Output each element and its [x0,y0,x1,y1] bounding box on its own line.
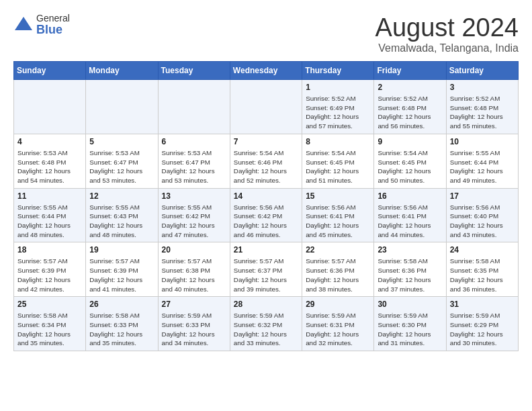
day-number: 10 [450,137,515,146]
calendar-cell [86,80,158,134]
day-info: Sunrise: 5:53 AM Sunset: 6:47 PM Dayligh… [162,148,226,185]
title-section: August 2024 Vemalwada, Telangana, India [375,13,519,54]
day-number: 27 [162,300,226,309]
calendar-cell: 31Sunrise: 5:59 AM Sunset: 6:29 PM Dayli… [446,297,518,351]
header-thursday: Thursday [302,62,374,80]
page-header: General Blue August 2024 Vemalwada, Tela… [13,13,519,54]
day-number: 18 [17,245,82,255]
header-wednesday: Wednesday [230,62,302,80]
calendar-cell: 15Sunrise: 5:56 AM Sunset: 6:41 PM Dayli… [302,188,374,242]
calendar-cell: 19Sunrise: 5:57 AM Sunset: 6:39 PM Dayli… [86,242,158,297]
logo-blue: Blue [36,24,70,37]
day-number: 9 [378,137,442,146]
day-number: 16 [378,191,442,201]
day-number: 15 [306,191,370,201]
day-info: Sunrise: 5:57 AM Sunset: 6:39 PM Dayligh… [17,257,82,293]
day-number: 2 [378,83,442,92]
day-info: Sunrise: 5:57 AM Sunset: 6:36 PM Dayligh… [306,257,370,293]
day-info: Sunrise: 5:59 AM Sunset: 6:32 PM Dayligh… [234,311,298,348]
calendar-table: SundayMondayTuesdayWednesdayThursdayFrid… [13,61,519,351]
day-info: Sunrise: 5:55 AM Sunset: 6:42 PM Dayligh… [162,203,226,240]
day-info: Sunrise: 5:56 AM Sunset: 6:42 PM Dayligh… [234,203,298,240]
day-info: Sunrise: 5:56 AM Sunset: 6:41 PM Dayligh… [378,203,442,240]
calendar-cell: 1Sunrise: 5:52 AM Sunset: 6:49 PM Daylig… [302,80,374,134]
day-info: Sunrise: 5:57 AM Sunset: 6:38 PM Dayligh… [162,257,226,293]
calendar-cell: 12Sunrise: 5:55 AM Sunset: 6:43 PM Dayli… [86,188,158,242]
calendar-cell [158,80,230,134]
day-number: 28 [234,300,298,309]
calendar-cell: 7Sunrise: 5:54 AM Sunset: 6:46 PM Daylig… [230,134,302,188]
day-number: 3 [450,83,515,92]
day-number: 29 [306,300,370,309]
month-title: August 2024 [375,13,519,42]
day-number: 21 [234,245,298,255]
calendar-cell: 21Sunrise: 5:57 AM Sunset: 6:37 PM Dayli… [230,242,302,297]
day-number: 14 [234,191,298,201]
header-friday: Friday [374,62,446,80]
calendar-cell: 20Sunrise: 5:57 AM Sunset: 6:38 PM Dayli… [158,242,230,297]
calendar-cell: 17Sunrise: 5:56 AM Sunset: 6:40 PM Dayli… [446,188,518,242]
day-number: 24 [450,245,515,255]
calendar-cell: 25Sunrise: 5:58 AM Sunset: 6:34 PM Dayli… [14,297,86,351]
day-info: Sunrise: 5:53 AM Sunset: 6:48 PM Dayligh… [17,148,82,185]
day-info: Sunrise: 5:58 AM Sunset: 6:36 PM Dayligh… [378,257,442,293]
day-info: Sunrise: 5:54 AM Sunset: 6:45 PM Dayligh… [306,148,370,185]
day-info: Sunrise: 5:54 AM Sunset: 6:46 PM Dayligh… [234,148,298,185]
day-number: 30 [378,300,442,309]
calendar-cell: 28Sunrise: 5:59 AM Sunset: 6:32 PM Dayli… [230,297,302,351]
calendar-cell: 18Sunrise: 5:57 AM Sunset: 6:39 PM Dayli… [14,242,86,297]
day-info: Sunrise: 5:54 AM Sunset: 6:45 PM Dayligh… [378,148,442,185]
week-row-3: 11Sunrise: 5:55 AM Sunset: 6:44 PM Dayli… [14,188,519,242]
header-saturday: Saturday [446,62,518,80]
logo-icon [13,15,34,36]
calendar-cell: 29Sunrise: 5:59 AM Sunset: 6:31 PM Dayli… [302,297,374,351]
day-number: 20 [162,245,226,255]
day-number: 26 [89,300,154,309]
day-number: 23 [378,245,442,255]
day-info: Sunrise: 5:55 AM Sunset: 6:43 PM Dayligh… [89,203,154,240]
calendar-cell: 11Sunrise: 5:55 AM Sunset: 6:44 PM Dayli… [14,188,86,242]
calendar-cell: 14Sunrise: 5:56 AM Sunset: 6:42 PM Dayli… [230,188,302,242]
day-info: Sunrise: 5:56 AM Sunset: 6:41 PM Dayligh… [306,203,370,240]
day-info: Sunrise: 5:59 AM Sunset: 6:30 PM Dayligh… [378,311,442,348]
calendar-cell: 6Sunrise: 5:53 AM Sunset: 6:47 PM Daylig… [158,134,230,188]
calendar-cell: 30Sunrise: 5:59 AM Sunset: 6:30 PM Dayli… [374,297,446,351]
day-number: 4 [17,137,82,146]
day-info: Sunrise: 5:55 AM Sunset: 6:44 PM Dayligh… [17,203,82,240]
day-number: 11 [17,191,82,201]
calendar-cell: 27Sunrise: 5:59 AM Sunset: 6:33 PM Dayli… [158,297,230,351]
header-sunday: Sunday [14,62,86,80]
day-info: Sunrise: 5:59 AM Sunset: 6:29 PM Dayligh… [450,311,515,348]
day-info: Sunrise: 5:57 AM Sunset: 6:37 PM Dayligh… [234,257,298,293]
day-number: 12 [89,191,154,201]
calendar-cell: 23Sunrise: 5:58 AM Sunset: 6:36 PM Dayli… [374,242,446,297]
day-info: Sunrise: 5:52 AM Sunset: 6:48 PM Dayligh… [378,94,442,131]
day-info: Sunrise: 5:57 AM Sunset: 6:39 PM Dayligh… [89,257,154,293]
calendar-cell: 26Sunrise: 5:58 AM Sunset: 6:33 PM Dayli… [86,297,158,351]
svg-marker-0 [15,17,32,30]
calendar-cell [230,80,302,134]
day-info: Sunrise: 5:52 AM Sunset: 6:49 PM Dayligh… [306,94,370,131]
header-tuesday: Tuesday [158,62,230,80]
header-row: SundayMondayTuesdayWednesdayThursdayFrid… [14,62,519,80]
calendar-cell: 13Sunrise: 5:55 AM Sunset: 6:42 PM Dayli… [158,188,230,242]
logo-text: General Blue [36,13,70,37]
day-number: 8 [306,137,370,146]
calendar-cell: 2Sunrise: 5:52 AM Sunset: 6:48 PM Daylig… [374,80,446,134]
calendar-cell: 3Sunrise: 5:52 AM Sunset: 6:48 PM Daylig… [446,80,518,134]
day-info: Sunrise: 5:53 AM Sunset: 6:47 PM Dayligh… [89,148,154,185]
location: Vemalwada, Telangana, India [375,42,519,54]
day-number: 6 [162,137,226,146]
day-info: Sunrise: 5:58 AM Sunset: 6:33 PM Dayligh… [89,311,154,348]
week-row-1: 1Sunrise: 5:52 AM Sunset: 6:49 PM Daylig… [14,80,519,134]
calendar-body: 1Sunrise: 5:52 AM Sunset: 6:49 PM Daylig… [14,80,519,351]
week-row-2: 4Sunrise: 5:53 AM Sunset: 6:48 PM Daylig… [14,134,519,188]
day-number: 31 [450,300,515,309]
week-row-5: 25Sunrise: 5:58 AM Sunset: 6:34 PM Dayli… [14,297,519,351]
calendar-cell: 9Sunrise: 5:54 AM Sunset: 6:45 PM Daylig… [374,134,446,188]
calendar-cell: 16Sunrise: 5:56 AM Sunset: 6:41 PM Dayli… [374,188,446,242]
day-number: 13 [162,191,226,201]
day-info: Sunrise: 5:59 AM Sunset: 6:31 PM Dayligh… [306,311,370,348]
calendar-cell [14,80,86,134]
day-info: Sunrise: 5:56 AM Sunset: 6:40 PM Dayligh… [450,203,515,240]
